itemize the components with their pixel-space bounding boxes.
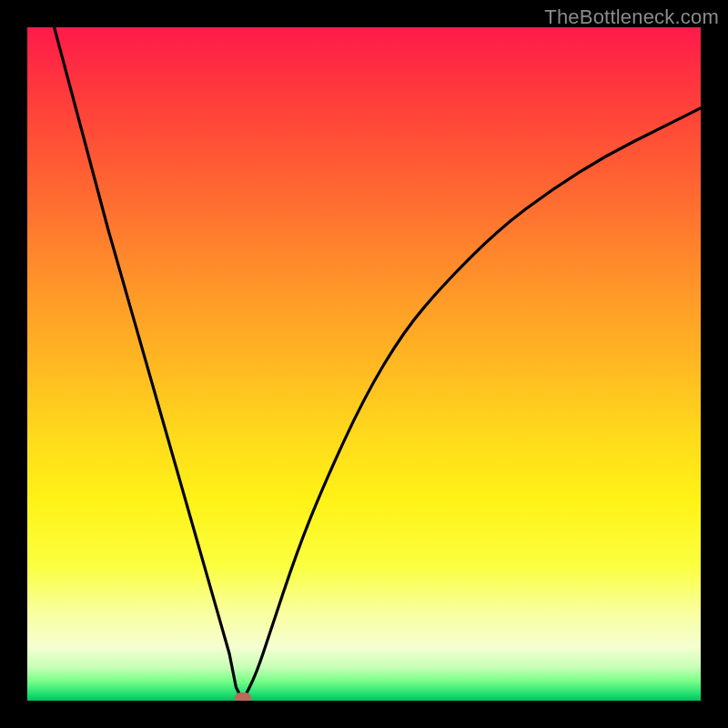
bottleneck-curve [27, 27, 701, 701]
watermark-text: TheBottleneck.com [544, 5, 719, 29]
chart-frame: TheBottleneck.com [0, 0, 728, 728]
vertex-marker [235, 693, 251, 701]
plot-area [27, 27, 701, 701]
